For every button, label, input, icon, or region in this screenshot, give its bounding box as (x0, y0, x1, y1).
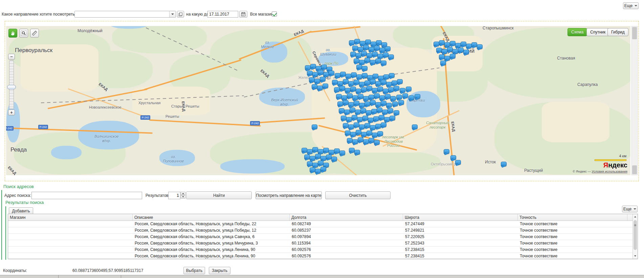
scroll-up-button[interactable] (633, 214, 638, 219)
map-marker[interactable] (369, 95, 374, 99)
map-type-button-гибрид[interactable]: Гибрид (607, 28, 628, 36)
map-marker[interactable] (343, 79, 349, 84)
map-marker[interactable] (355, 110, 361, 114)
map-marker[interactable] (444, 42, 450, 47)
map-marker[interactable] (334, 148, 340, 153)
date-input[interactable] (207, 11, 238, 18)
map-marker[interactable] (402, 93, 408, 98)
map-marker[interactable] (307, 161, 313, 166)
map-marker[interactable] (346, 74, 351, 78)
map-marker[interactable] (455, 43, 461, 48)
map-marker[interactable] (367, 86, 372, 91)
map-marker[interactable] (362, 116, 368, 120)
map-marker[interactable] (384, 117, 390, 122)
map-marker[interactable] (386, 103, 392, 108)
map-marker[interactable] (336, 94, 342, 99)
map-marker[interactable] (466, 44, 472, 48)
map-marker[interactable] (334, 87, 340, 92)
map-marker[interactable] (385, 94, 391, 99)
map-marker[interactable] (363, 139, 369, 144)
map-marker[interactable] (302, 148, 307, 153)
map-marker[interactable] (350, 87, 356, 91)
map-marker[interactable] (450, 155, 456, 160)
map-marker[interactable] (383, 52, 388, 57)
map-marker[interactable] (379, 95, 385, 100)
map-marker[interactable] (452, 49, 458, 54)
map-marker[interactable] (309, 77, 315, 82)
map-marker[interactable] (339, 108, 345, 113)
map-marker[interactable] (370, 125, 376, 130)
map-marker[interactable] (354, 101, 359, 106)
map-marker[interactable] (386, 82, 392, 87)
table-row[interactable]: Россия, Свердловская область, Новоуральс… (8, 247, 638, 253)
map-marker[interactable] (307, 71, 313, 75)
map-marker[interactable] (371, 109, 377, 114)
map-marker[interactable] (310, 167, 315, 172)
map-marker[interactable] (373, 116, 379, 121)
map-marker[interactable] (398, 100, 404, 105)
map-marker[interactable] (312, 84, 317, 89)
map-marker[interactable] (317, 86, 323, 90)
table-scrollbar[interactable] (632, 214, 638, 259)
map-marker[interactable] (329, 150, 334, 155)
map-marker[interactable] (315, 154, 321, 159)
map-marker[interactable] (354, 150, 360, 155)
map-marker[interactable] (434, 42, 439, 46)
map-marker[interactable] (356, 53, 361, 58)
map-marker[interactable] (341, 116, 347, 120)
map-marker[interactable] (345, 88, 351, 93)
map-marker[interactable] (392, 80, 397, 85)
map-marker[interactable] (320, 77, 326, 82)
map-marker[interactable] (412, 124, 418, 129)
clear-button[interactable]: Очистить (325, 191, 391, 199)
map-marker[interactable] (363, 96, 369, 101)
zoom-in-button[interactable]: + (8, 110, 15, 115)
map-marker[interactable] (359, 60, 365, 65)
map-marker[interactable] (350, 132, 356, 137)
map-marker[interactable] (341, 95, 347, 100)
map-marker[interactable] (379, 48, 385, 52)
map-marker[interactable] (331, 157, 337, 161)
map-marker[interactable] (350, 108, 355, 112)
map-marker[interactable] (348, 102, 354, 107)
map-marker[interactable] (444, 56, 450, 61)
map-marker[interactable] (415, 94, 420, 99)
map-marker[interactable] (406, 87, 412, 91)
map-marker[interactable] (392, 101, 398, 106)
more-button-top[interactable]: Еще (623, 2, 639, 9)
zoom-slider-thumb[interactable] (7, 85, 16, 89)
map-marker[interactable] (348, 124, 354, 129)
map-marker[interactable] (344, 110, 350, 114)
results-count-input[interactable] (168, 192, 180, 199)
map-marker[interactable] (343, 100, 349, 105)
map-marker[interactable] (375, 59, 381, 63)
map-marker[interactable] (400, 88, 405, 93)
all-stores-checkbox[interactable] (272, 11, 277, 17)
map-marker[interactable] (372, 52, 378, 56)
address-search-input[interactable] (31, 192, 142, 199)
map-marker[interactable] (354, 39, 360, 44)
map-marker[interactable] (444, 149, 449, 154)
map-marker[interactable] (369, 138, 374, 143)
map-marker[interactable] (337, 101, 343, 106)
map-marker[interactable] (458, 48, 464, 52)
map-marker[interactable] (366, 110, 372, 115)
map-marker[interactable] (312, 72, 318, 77)
map-marker[interactable] (310, 156, 315, 161)
column-header-accuracy[interactable]: Точность (518, 214, 627, 221)
select-button[interactable]: Выбрать (183, 267, 205, 274)
map-marker[interactable] (455, 160, 461, 165)
direction-input[interactable] (75, 11, 169, 17)
table-row[interactable]: Россия, Свердловская область, Новоуральс… (8, 234, 638, 240)
map-marker[interactable] (356, 130, 361, 135)
map-marker[interactable] (360, 108, 366, 113)
spinner-down-button[interactable] (181, 195, 185, 199)
map-marker[interactable] (372, 133, 378, 137)
map-type-button-схема[interactable]: Схема (568, 28, 587, 36)
map-marker[interactable] (310, 64, 316, 69)
map-marker[interactable] (358, 137, 363, 142)
map-marker[interactable] (323, 72, 329, 77)
map-marker[interactable] (383, 89, 388, 93)
map-marker[interactable] (318, 70, 324, 75)
map-marker[interactable] (312, 124, 317, 129)
